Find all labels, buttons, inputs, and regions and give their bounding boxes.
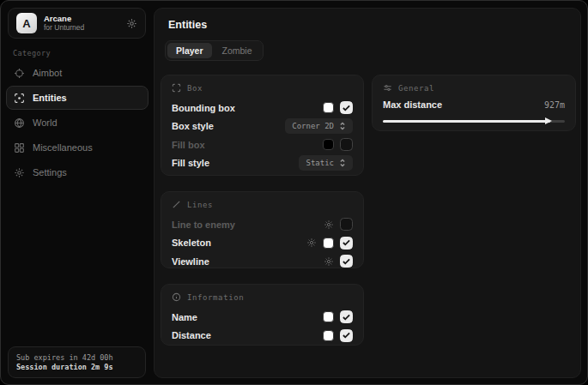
gear-icon[interactable] — [324, 220, 334, 230]
slider-thumb[interactable] — [545, 117, 552, 124]
checkbox[interactable] — [340, 218, 353, 231]
app-window: A Arcane for Unturned Category A — [0, 0, 588, 385]
sliders-icon — [383, 83, 392, 93]
color-swatch[interactable] — [323, 330, 334, 341]
setting-row-name: Name — [172, 308, 353, 327]
crosshair-icon — [14, 68, 25, 79]
general-panel: General Max distance 927m — [372, 75, 576, 131]
color-swatch[interactable] — [323, 139, 334, 150]
setting-label: Name — [172, 312, 197, 322]
sidebar: A Arcane for Unturned Category A — [1, 1, 154, 384]
setting-label: Distance — [172, 330, 211, 340]
page-title: Entities — [168, 19, 207, 31]
sidebar-item-label: Aimbot — [33, 68, 62, 78]
sidebar-item-entities[interactable]: Entities — [6, 86, 149, 110]
sidebar-item-aimbot[interactable]: Aimbot — [6, 61, 149, 85]
setting-label: Line to enemy — [172, 220, 235, 230]
entity-tabs: Player Zombie — [165, 40, 264, 61]
max-distance-value: 927m — [544, 100, 565, 110]
setting-label: Skeleton — [172, 238, 211, 248]
diagonal-line-icon — [172, 200, 181, 209]
gear-icon — [14, 167, 25, 178]
panel-title: Box — [187, 84, 203, 93]
sidebar-item-label: Entities — [33, 93, 67, 103]
brand-card: A Arcane for Unturned — [8, 8, 146, 39]
brand-title: Arcane — [44, 15, 119, 24]
max-distance-slider[interactable] — [383, 117, 565, 124]
gear-icon[interactable] — [324, 256, 334, 267]
info-icon — [172, 292, 181, 302]
fill-style-select[interactable]: Static — [299, 155, 353, 171]
sidebar-item-settings[interactable]: Settings — [6, 160, 149, 184]
panel-title: Information — [187, 293, 244, 302]
setting-row-bounding-box: Bounding box — [172, 99, 353, 117]
max-distance-label: Max distance — [383, 99, 442, 110]
setting-row-line-to-enemy: Line to enemy — [172, 215, 353, 234]
sidebar-item-label: Settings — [33, 167, 67, 177]
checkbox[interactable] — [340, 138, 353, 151]
setting-row-fill-style: Fill style Static — [172, 154, 353, 173]
chevron-up-down-icon — [339, 122, 346, 130]
box-panel: Box Bounding box Box style — [161, 75, 364, 176]
scan-icon — [14, 93, 25, 104]
lines-panel: Lines Line to enemy — [161, 191, 364, 268]
main-panel: Entities Player Zombie Box Bounding box — [154, 8, 581, 378]
gear-icon[interactable] — [306, 238, 317, 248]
checkbox[interactable] — [340, 237, 353, 250]
tab-zombie[interactable]: Zombie — [214, 43, 261, 58]
color-swatch[interactable] — [323, 102, 334, 113]
setting-row-box-style: Box style Corner 2D — [172, 117, 353, 136]
tab-player[interactable]: Player — [167, 43, 212, 58]
setting-row-fill-box: Fill box — [172, 135, 353, 154]
brand-subtitle: for Unturned — [44, 24, 119, 33]
box-corners-icon — [172, 83, 181, 93]
checkbox[interactable] — [340, 310, 353, 323]
session-duration-text: Session duration 2m 9s — [16, 363, 137, 371]
checkbox[interactable] — [340, 329, 353, 342]
sidebar-item-label: World — [33, 117, 58, 128]
setting-label: Bounding box — [172, 103, 235, 113]
setting-label: Box style — [172, 121, 214, 131]
slider-fill — [383, 120, 550, 123]
gear-icon[interactable] — [126, 18, 137, 29]
information-panel: Information Name Distance — [161, 284, 364, 346]
checkbox[interactable] — [340, 101, 353, 114]
checkbox[interactable] — [340, 255, 353, 268]
box-style-select[interactable]: Corner 2D — [285, 118, 353, 134]
color-swatch[interactable] — [323, 311, 334, 322]
sidebar-item-miscellaneous[interactable]: Miscellaneous — [6, 135, 149, 159]
color-swatch[interactable] — [323, 238, 334, 249]
panel-title: General — [398, 84, 434, 93]
setting-label: Fill box — [172, 140, 205, 150]
brand-logo: A — [16, 13, 37, 33]
panel-title: Lines — [187, 201, 213, 209]
category-label: Category — [13, 49, 51, 57]
chevron-up-down-icon — [339, 159, 346, 167]
setting-label: Fill style — [172, 158, 209, 168]
globe-icon — [14, 117, 25, 129]
sidebar-item-label: Miscellaneous — [33, 142, 93, 153]
setting-row-viewline: Viewline — [172, 252, 353, 271]
setting-label: Viewline — [172, 256, 209, 267]
sidebar-item-world[interactable]: World — [6, 111, 149, 135]
setting-row-skeleton: Skeleton — [172, 234, 353, 253]
subscription-card: Sub expires in 42d 00h Session duration … — [8, 346, 146, 378]
sub-expiry-text: Sub expires in 42d 00h — [16, 353, 137, 362]
sidebar-nav: Aimbot Entities World — [6, 61, 149, 184]
grid-icon — [14, 142, 25, 153]
setting-row-distance: Distance — [172, 327, 353, 346]
